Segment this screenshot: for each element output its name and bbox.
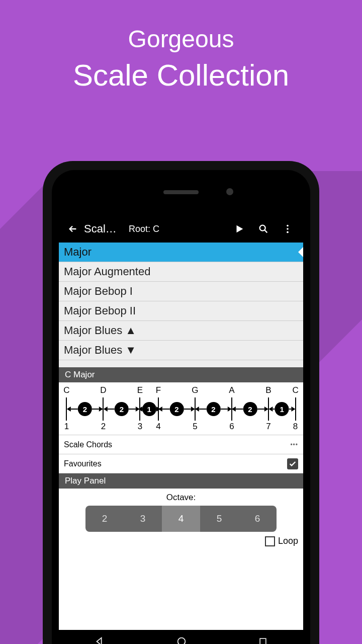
back-button[interactable] xyxy=(63,223,83,234)
promo-line1: Gorgeous xyxy=(0,25,362,53)
page-title: Scal… xyxy=(84,222,122,235)
note-label: B xyxy=(265,385,271,395)
arrow-left-icon xyxy=(67,223,78,234)
phone-frame: Scal… Root: C MajorMajor AugmentedMajor … xyxy=(43,161,319,644)
square-recent-icon xyxy=(258,636,268,644)
promo-title: Gorgeous Scale Collection xyxy=(0,0,362,93)
scale-chords-label: Scale Chords xyxy=(64,440,112,449)
note-label: C xyxy=(292,385,298,395)
play-button[interactable] xyxy=(228,223,251,234)
favourites-checkbox[interactable] xyxy=(287,458,298,469)
favourites-row[interactable]: Favourites xyxy=(59,454,303,473)
scale-diagram: CDEFGABC 2212221 12345678 xyxy=(59,382,303,435)
scale-item[interactable]: Major Blues ▼ xyxy=(59,341,303,360)
note-label: C xyxy=(63,385,69,395)
scale-list[interactable]: MajorMajor AugmentedMajor Bebop IMajor B… xyxy=(59,243,303,360)
note-label: D xyxy=(100,385,106,395)
svg-point-3 xyxy=(287,231,289,233)
play-panel-header: Play Panel xyxy=(59,473,303,489)
svg-point-2 xyxy=(287,228,289,230)
android-nav-bar xyxy=(59,630,303,644)
circle-home-icon xyxy=(176,636,187,644)
scale-item[interactable]: Major Bebop II xyxy=(59,301,303,321)
more-vert-icon xyxy=(282,223,293,234)
nav-back-button[interactable] xyxy=(94,636,105,644)
octave-option[interactable]: 2 xyxy=(85,506,124,532)
loop-checkbox[interactable] xyxy=(265,536,275,546)
search-button[interactable] xyxy=(252,223,275,234)
phone-camera xyxy=(226,188,233,195)
octave-label: Octave: xyxy=(59,493,303,503)
interval-marker: 2 xyxy=(232,402,268,416)
interval-marker: 2 xyxy=(158,402,195,416)
svg-point-0 xyxy=(260,225,265,231)
scale-item[interactable]: Major Blues ▲ xyxy=(59,321,303,341)
interval-marker: 2 xyxy=(104,402,140,416)
svg-point-4 xyxy=(178,638,186,644)
degree-labels: 12345678 xyxy=(62,422,300,433)
favourites-label: Favourites xyxy=(64,459,102,468)
note-label: G xyxy=(192,385,198,395)
interval-row: 2212221 xyxy=(62,397,300,421)
interval-marker: 2 xyxy=(195,402,231,416)
octave-option[interactable]: 3 xyxy=(124,506,162,532)
scale-item[interactable]: Major Bebop I xyxy=(59,282,303,301)
octave-area: Octave: 23456 xyxy=(59,489,303,534)
scale-item[interactable]: Major xyxy=(59,243,303,262)
degree-label: 8 xyxy=(293,422,298,432)
degree-label: 5 xyxy=(193,422,197,432)
ellipsis-icon: ••• xyxy=(290,441,298,448)
note-label: F xyxy=(156,385,161,395)
svg-rect-5 xyxy=(260,638,266,644)
degree-label: 7 xyxy=(266,422,270,432)
degree-label: 1 xyxy=(64,422,69,432)
octave-option[interactable]: 6 xyxy=(238,506,277,532)
triangle-back-icon xyxy=(94,636,105,644)
scale-list-partial xyxy=(59,360,303,367)
octave-segmented[interactable]: 23456 xyxy=(85,506,277,532)
search-icon xyxy=(258,223,269,234)
note-labels: CDEFGABC xyxy=(62,385,300,396)
root-selector[interactable]: Root: C xyxy=(129,224,227,234)
scale-chords-row[interactable]: Scale Chords ••• xyxy=(59,435,303,454)
check-icon xyxy=(289,460,297,468)
note-label: E xyxy=(137,385,143,395)
interval-marker: 1 xyxy=(138,402,160,416)
degree-label: 6 xyxy=(229,422,234,432)
octave-option[interactable]: 5 xyxy=(200,506,238,532)
degree-label: 2 xyxy=(101,422,106,432)
loop-row: Loop xyxy=(59,534,303,548)
overflow-button[interactable] xyxy=(276,223,299,234)
interval-marker: 1 xyxy=(268,402,295,416)
phone-speaker xyxy=(163,190,199,194)
octave-option[interactable]: 4 xyxy=(162,506,200,532)
svg-point-1 xyxy=(287,225,289,227)
scale-item[interactable]: Major Augmented xyxy=(59,262,303,282)
loop-label: Loop xyxy=(278,536,298,546)
degree-label: 4 xyxy=(156,422,160,432)
nav-home-button[interactable] xyxy=(176,636,187,644)
nav-recent-button[interactable] xyxy=(258,636,268,644)
play-icon xyxy=(234,223,245,234)
promo-line2: Scale Collection xyxy=(0,58,362,93)
scale-name-header: C Major xyxy=(59,367,303,382)
degree-label: 3 xyxy=(138,422,142,432)
app-screen: Scal… Root: C MajorMajor AugmentedMajor … xyxy=(59,215,303,644)
interval-marker: 2 xyxy=(67,402,103,416)
note-label: A xyxy=(229,385,234,395)
action-bar: Scal… Root: C xyxy=(59,215,303,243)
